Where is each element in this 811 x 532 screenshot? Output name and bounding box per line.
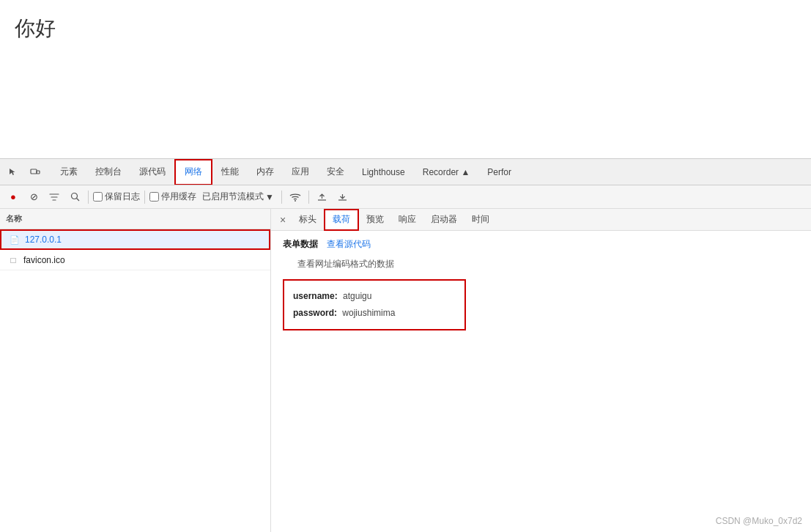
tab-security[interactable]: 安全 xyxy=(318,159,353,185)
sub-tab-headers[interactable]: 标头 xyxy=(292,209,324,231)
file-icon: 📄 xyxy=(7,235,22,245)
tab-performance2[interactable]: Perfor xyxy=(478,159,520,185)
network-row-favicon[interactable]: □ favicon.ico xyxy=(0,250,270,270)
column-name-header: 名称 xyxy=(0,213,270,224)
detail-panel: × 标头 载荷 预览 响应 启动器 时间 表单数据 查看源代码 查看网址编码格式… xyxy=(271,209,811,532)
tab-memory[interactable]: 内存 xyxy=(248,159,283,185)
sub-tab-timing[interactable]: 时间 xyxy=(464,209,497,231)
network-list: 名称 📄 127.0.0.1 □ favicon.ico xyxy=(0,209,271,532)
payload-form-data-title: 表单数据 xyxy=(283,238,318,251)
stop-button[interactable]: ⊘ xyxy=(25,188,42,206)
svg-point-4 xyxy=(295,200,296,202)
separator3 xyxy=(281,191,282,204)
network-toolbar: ● ⊘ 保留日志 停用缓存 已启用节流模式 ▼ xyxy=(0,185,811,209)
tab-performance[interactable]: 性能 xyxy=(212,159,248,185)
tab-lighthouse[interactable]: Lighthouse xyxy=(353,159,414,185)
close-tab-button[interactable]: × xyxy=(274,211,292,229)
payload-section-header: 表单数据 查看源代码 xyxy=(283,238,799,251)
tab-network[interactable]: 网络 xyxy=(174,159,212,185)
filter-button[interactable] xyxy=(45,188,63,206)
sub-tab-response[interactable]: 响应 xyxy=(391,209,423,231)
record-button[interactable]: ● xyxy=(4,188,22,206)
svg-point-2 xyxy=(71,193,77,199)
tab-application[interactable]: 应用 xyxy=(283,159,318,185)
disable-cache-checkbox-group[interactable]: 停用缓存 xyxy=(149,191,196,203)
main-panel: 名称 📄 127.0.0.1 □ favicon.ico × 标头 载荷 预览 … xyxy=(0,209,811,532)
tab-recorder[interactable]: Recorder ▲ xyxy=(414,159,479,185)
download-button[interactable] xyxy=(334,188,352,206)
file-icon-2: □ xyxy=(6,255,21,265)
wifi-icon-btn[interactable] xyxy=(286,188,304,206)
tab-icon-buttons xyxy=(3,162,45,182)
disable-cache-label: 停用缓存 xyxy=(161,191,196,203)
throttle-arrow-icon: ▼ xyxy=(265,192,274,202)
sub-tab-payload[interactable]: 载荷 xyxy=(324,209,359,231)
password-key: password: xyxy=(293,308,337,318)
username-key: username: xyxy=(293,291,338,301)
payload-data-box: username: atguigu password: wojiushimima xyxy=(283,279,466,330)
network-list-header: 名称 xyxy=(0,209,270,229)
tab-console[interactable]: 控制台 xyxy=(86,159,130,185)
page-title: 你好 xyxy=(15,15,56,43)
cursor-icon-btn[interactable] xyxy=(3,162,23,182)
watermark: CSDN @Muko_0x7d2 xyxy=(716,516,802,526)
row-filename-127: 127.0.0.1 xyxy=(22,234,269,245)
view-source-link[interactable]: 查看源代码 xyxy=(327,238,371,251)
tab-elements[interactable]: 元素 xyxy=(51,159,86,185)
preserve-log-checkbox[interactable] xyxy=(93,192,103,202)
payload-password-row: password: wojiushimima xyxy=(293,306,456,320)
row-filename-favicon: favicon.ico xyxy=(21,255,270,265)
page-content: 你好 xyxy=(0,0,811,161)
throttle-label: 已启用节流模式 xyxy=(202,191,264,203)
search-button[interactable] xyxy=(66,188,84,206)
payload-content: 表单数据 查看源代码 查看网址编码格式的数据 username: atguigu… xyxy=(271,231,811,338)
throttle-dropdown[interactable]: 已启用节流模式 ▼ xyxy=(199,189,277,204)
payload-username-row: username: atguigu xyxy=(293,289,456,303)
upload-button[interactable] xyxy=(314,188,331,206)
svg-line-3 xyxy=(76,199,79,202)
username-value: atguigu xyxy=(343,291,371,301)
tab-sources[interactable]: 源代码 xyxy=(130,159,174,185)
devices-icon-btn[interactable] xyxy=(25,162,45,182)
preserve-log-checkbox-group[interactable]: 保留日志 xyxy=(93,191,140,203)
separator1 xyxy=(88,191,89,204)
devtools-tab-bar: 元素 控制台 源代码 网络 性能 内存 应用 安全 Lighthouse Rec… xyxy=(0,159,811,185)
network-row-127[interactable]: 📄 127.0.0.1 xyxy=(0,229,270,250)
sub-tab-initiator[interactable]: 启动器 xyxy=(423,209,464,231)
separator4 xyxy=(308,191,309,204)
svg-rect-0 xyxy=(31,169,37,174)
preserve-log-label: 保留日志 xyxy=(105,191,140,203)
password-value: wojiushimima xyxy=(342,308,395,318)
devtools-panel: 元素 控制台 源代码 网络 性能 内存 应用 安全 Lighthouse Rec… xyxy=(0,158,811,532)
sub-tab-preview[interactable]: 预览 xyxy=(359,209,391,231)
sub-tab-bar: × 标头 载荷 预览 响应 启动器 时间 xyxy=(271,209,811,231)
svg-rect-1 xyxy=(37,171,40,174)
disable-cache-checkbox[interactable] xyxy=(149,192,159,202)
view-encoded-text: 查看网址编码格式的数据 xyxy=(297,259,394,269)
separator2 xyxy=(144,191,145,204)
